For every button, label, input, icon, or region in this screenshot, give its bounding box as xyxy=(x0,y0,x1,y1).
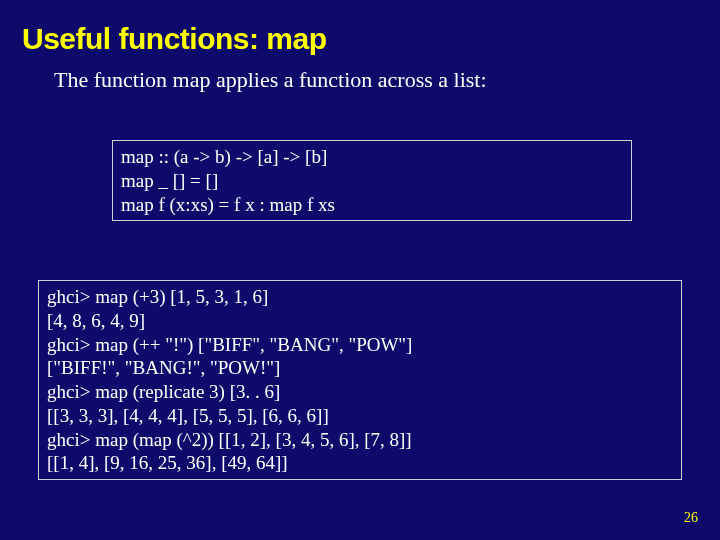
session-line-4: ["BIFF!", "BANG!", "POW!"] xyxy=(47,356,673,380)
session-line-3: ghci> map (++ "!") ["BIFF", "BANG", "POW… xyxy=(47,333,673,357)
definition-box: map :: (a -> b) -> [a] -> [b] map _ [] =… xyxy=(112,140,632,221)
page-number: 26 xyxy=(684,510,698,526)
session-line-7: ghci> map (map (^2)) [[1, 2], [3, 4, 5, … xyxy=(47,428,673,452)
session-line-1: ghci> map (+3) [1, 5, 3, 1, 6] xyxy=(47,285,673,309)
slide-title: Useful functions: map xyxy=(0,0,720,56)
session-line-5: ghci> map (replicate 3) [3. . 6] xyxy=(47,380,673,404)
def-line-3: map f (x:xs) = f x : map f xs xyxy=(121,193,623,217)
session-line-8: [[1, 4], [9, 16, 25, 36], [49, 64]] xyxy=(47,451,673,475)
def-line-1: map :: (a -> b) -> [a] -> [b] xyxy=(121,145,623,169)
session-line-2: [4, 8, 6, 4, 9] xyxy=(47,309,673,333)
def-line-2: map _ [] = [] xyxy=(121,169,623,193)
intro-text: The function map applies a function acro… xyxy=(0,56,720,94)
ghci-session-box: ghci> map (+3) [1, 5, 3, 1, 6] [4, 8, 6,… xyxy=(38,280,682,480)
session-line-6: [[3, 3, 3], [4, 4, 4], [5, 5, 5], [6, 6,… xyxy=(47,404,673,428)
